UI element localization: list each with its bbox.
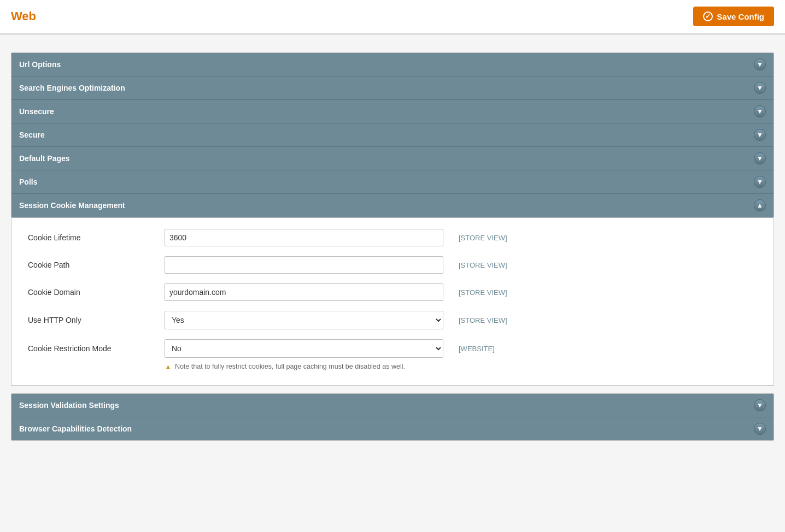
- cookie-lifetime-input[interactable]: [165, 229, 443, 246]
- main-content: Url Options ▼ Search Engines Optimizatio…: [0, 43, 785, 451]
- cookie-restriction-note: Note that to fully restrict cookies, ful…: [175, 362, 405, 372]
- cookie-restriction-mode-row: Cookie Restriction Mode Yes No [WEBSITE]: [28, 339, 757, 358]
- use-http-only-scope: [STORE VIEW]: [459, 316, 519, 324]
- secure-collapse-icon: ▼: [754, 129, 766, 141]
- cookie-path-scope: [STORE VIEW]: [459, 261, 519, 269]
- cookie-domain-input[interactable]: [165, 283, 443, 301]
- session-cookie-expanded-content: Cookie Lifetime [STORE VIEW] Cookie Path…: [11, 218, 774, 386]
- cookie-domain-row: Cookie Domain [STORE VIEW]: [28, 283, 757, 301]
- section-default-pages-label: Default Pages: [19, 154, 70, 163]
- page-header: Web ✓ Save Config: [0, 0, 785, 34]
- section-browser-capabilities[interactable]: Browser Capabilities Detection ▼: [11, 417, 774, 440]
- section-session-validation[interactable]: Session Validation Settings ▼: [11, 394, 774, 417]
- url-options-collapse-icon: ▼: [754, 58, 766, 70]
- section-session-cookie-label: Session Cookie Management: [19, 201, 125, 210]
- unsecure-collapse-icon: ▼: [754, 105, 766, 117]
- cookie-restriction-mode-select[interactable]: Yes No: [165, 339, 443, 358]
- seo-collapse-icon: ▼: [754, 82, 766, 94]
- section-polls-label: Polls: [19, 178, 37, 186]
- section-unsecure[interactable]: Unsecure ▼: [11, 100, 774, 123]
- cookie-path-input-wrap: [165, 256, 443, 274]
- save-config-button[interactable]: ✓ Save Config: [693, 7, 774, 26]
- cookie-restriction-mode-label: Cookie Restriction Mode: [28, 344, 165, 353]
- section-polls[interactable]: Polls ▼: [11, 170, 774, 194]
- section-secure[interactable]: Secure ▼: [11, 123, 774, 147]
- save-config-label: Save Config: [717, 12, 764, 21]
- use-http-only-label: Use HTTP Only: [28, 316, 165, 324]
- bottom-sections-group: Session Validation Settings ▼ Browser Ca…: [11, 393, 774, 441]
- default-pages-collapse-icon: ▼: [754, 152, 766, 164]
- session-cookie-collapse-icon: ▲: [754, 199, 766, 211]
- cookie-lifetime-label: Cookie Lifetime: [28, 233, 165, 242]
- cookie-domain-input-wrap: [165, 283, 443, 301]
- cookie-domain-scope: [STORE VIEW]: [459, 288, 519, 297]
- use-http-only-row: Use HTTP Only Yes No [STORE VIEW]: [28, 311, 757, 329]
- use-http-only-select[interactable]: Yes No: [165, 311, 443, 329]
- cookie-path-row: Cookie Path [STORE VIEW]: [28, 256, 757, 274]
- section-url-options[interactable]: Url Options ▼: [11, 53, 774, 76]
- section-url-options-label: Url Options: [19, 60, 61, 69]
- section-seo[interactable]: Search Engines Optimization ▼: [11, 76, 774, 100]
- section-secure-label: Secure: [19, 131, 45, 139]
- cookie-path-input[interactable]: [165, 256, 443, 274]
- check-icon: ✓: [703, 11, 713, 21]
- section-seo-label: Search Engines Optimization: [19, 84, 125, 92]
- section-unsecure-label: Unsecure: [19, 107, 54, 116]
- page-title: Web: [11, 9, 36, 23]
- top-sections-group: Url Options ▼ Search Engines Optimizatio…: [11, 52, 774, 218]
- section-default-pages[interactable]: Default Pages ▼: [11, 147, 774, 170]
- cookie-lifetime-row: Cookie Lifetime [STORE VIEW]: [28, 229, 757, 246]
- section-session-validation-label: Session Validation Settings: [19, 401, 119, 410]
- section-browser-capabilities-label: Browser Capabilities Detection: [19, 424, 132, 433]
- cookie-restriction-note-row: ▲ Note that to fully restrict cookies, f…: [28, 362, 757, 372]
- polls-collapse-icon: ▼: [754, 176, 766, 188]
- cookie-restriction-mode-scope: [WEBSITE]: [459, 345, 519, 353]
- session-validation-collapse-icon: ▼: [754, 399, 766, 411]
- cookie-restriction-mode-select-wrap: Yes No: [165, 339, 443, 358]
- use-http-only-select-wrap: Yes No: [165, 311, 443, 329]
- cookie-path-label: Cookie Path: [28, 261, 165, 269]
- warning-icon: ▲: [165, 363, 172, 371]
- cookie-lifetime-input-wrap: [165, 229, 443, 246]
- cookie-lifetime-scope: [STORE VIEW]: [459, 234, 519, 242]
- browser-capabilities-collapse-icon: ▼: [754, 423, 766, 435]
- section-session-cookie[interactable]: Session Cookie Management ▲: [11, 194, 774, 217]
- cookie-domain-label: Cookie Domain: [28, 288, 165, 297]
